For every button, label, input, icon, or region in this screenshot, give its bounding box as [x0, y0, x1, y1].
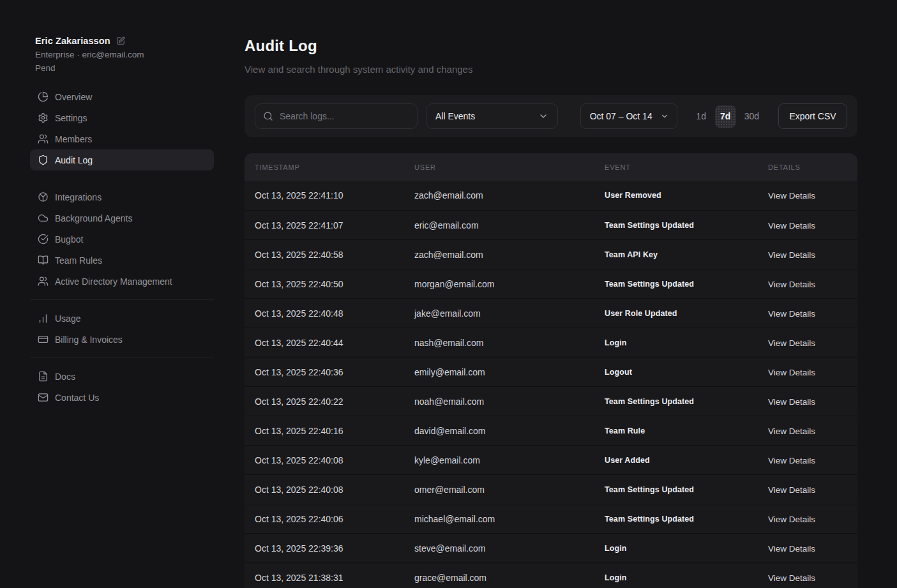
toolbar-right-group: Oct 07 – Oct 14 1d7d30d Export CSV — [580, 103, 847, 129]
user-cell: nash@email.com — [414, 338, 605, 348]
table-row: Oct 13, 2025 22:40:36 emily@email.com Lo… — [245, 357, 857, 386]
event-cell: User Added — [605, 456, 768, 465]
search-box[interactable] — [255, 103, 418, 129]
details-cell: View Details — [768, 425, 857, 437]
view-details-link[interactable]: View Details — [768, 191, 815, 200]
details-cell: View Details — [768, 484, 857, 495]
event-cell: Team Settings Updated — [605, 515, 768, 524]
column-header-event: Event — [605, 163, 768, 171]
date-range-value: Oct 07 – Oct 14 — [590, 111, 652, 121]
event-filter-select[interactable]: All Events — [426, 103, 558, 129]
details-cell: View Details — [768, 455, 857, 466]
details-cell: View Details — [768, 396, 857, 407]
event-cell: User Role Updated — [605, 309, 768, 318]
view-details-link[interactable]: View Details — [768, 573, 815, 583]
user-cell: zach@email.com — [414, 190, 605, 200]
user-cell: kyle@email.com — [414, 455, 605, 465]
timestamp-cell: Oct 13, 2025 22:40:16 — [245, 426, 414, 436]
users-icon — [38, 133, 49, 144]
event-cell: Team Settings Updated — [605, 280, 768, 289]
range-button-30d[interactable]: 30d — [739, 105, 764, 128]
view-details-link[interactable]: View Details — [768, 280, 815, 289]
table-row: Oct 13, 2025 22:40:48 jake@email.com Use… — [245, 298, 857, 328]
event-cell: User Removed — [605, 191, 768, 200]
pie-chart-icon — [38, 91, 49, 102]
sidebar-item-active-directory-management[interactable]: Active Directory Management — [30, 271, 214, 292]
user-cell: steve@email.com — [414, 543, 605, 554]
sidebar-item-usage[interactable]: Usage — [30, 308, 214, 329]
event-cell: Team Rule — [605, 426, 768, 435]
sidebar-item-bugbot[interactable]: Bugbot — [30, 229, 214, 250]
sidebar-item-integrations[interactable]: Integrations — [30, 186, 214, 207]
sidebar-divider — [30, 299, 214, 300]
event-cell: Login — [605, 573, 768, 582]
event-cell: Team Settings Updated — [605, 221, 768, 230]
details-cell: View Details — [768, 249, 857, 260]
table-row: Oct 13, 2025 22:41:07 eric@email.com Tea… — [245, 210, 857, 239]
timestamp-cell: Oct 13, 2025 22:40:08 — [245, 485, 414, 495]
date-range-select[interactable]: Oct 07 – Oct 14 — [580, 103, 677, 129]
sidebar-item-contact-us[interactable]: Contact Us — [30, 387, 214, 408]
view-details-link[interactable]: View Details — [768, 368, 815, 377]
details-cell: View Details — [768, 220, 857, 231]
timestamp-cell: Oct 13, 2025 22:39:36 — [245, 543, 414, 554]
view-details-link[interactable]: View Details — [768, 456, 815, 465]
book-open-icon — [38, 255, 49, 266]
mail-icon — [38, 392, 49, 403]
table-row: Oct 13, 2025 22:40:08 omer@email.com Tea… — [245, 474, 857, 504]
timestamp-cell: Oct 13, 2025 22:41:07 — [245, 220, 414, 230]
range-button-7d[interactable]: 7d — [715, 105, 736, 128]
details-cell: View Details — [768, 366, 857, 378]
sidebar-divider — [30, 358, 214, 358]
event-filter-value: All Events — [435, 111, 475, 121]
sidebar-item-members[interactable]: Members — [30, 128, 214, 149]
sidebar-item-overview[interactable]: Overview — [30, 86, 214, 107]
user-cell: emily@email.com — [414, 367, 605, 377]
column-header-details: Details — [768, 163, 857, 171]
profile-status-line: Pend — [35, 63, 245, 74]
view-details-link[interactable]: View Details — [768, 250, 815, 260]
event-cell: Logout — [605, 368, 768, 377]
table-row: Oct 13, 2025 22:39:36 steve@email.com Lo… — [245, 533, 857, 562]
timestamp-cell: Oct 13, 2025 22:40:08 — [245, 455, 414, 465]
event-cell: Login — [605, 338, 768, 347]
details-cell: View Details — [768, 278, 857, 290]
export-csv-button[interactable]: Export CSV — [778, 103, 847, 129]
sidebar: Eric Zakariasson Enterprise · eric@email… — [0, 0, 245, 588]
sidebar-item-background-agents[interactable]: Background Agents — [30, 207, 214, 229]
view-details-link[interactable]: View Details — [768, 515, 815, 524]
view-details-link[interactable]: View Details — [768, 485, 815, 495]
user-cell: michael@email.com — [414, 514, 605, 524]
timestamp-cell: Oct 13, 2025 22:40:48 — [245, 308, 414, 319]
sidebar-item-docs[interactable]: Docs — [30, 366, 214, 387]
table-header: Timestamp User Event Details — [245, 153, 857, 181]
table-row: Oct 13, 2025 22:40:16 david@email.com Te… — [245, 416, 857, 445]
user-cell: omer@email.com — [414, 485, 605, 495]
sidebar-item-audit-log[interactable]: Audit Log — [30, 149, 214, 170]
search-input[interactable] — [280, 111, 409, 121]
chevron-down-icon — [538, 111, 548, 121]
details-cell: View Details — [768, 308, 857, 319]
user-cell: jake@email.com — [414, 308, 605, 319]
view-details-link[interactable]: View Details — [768, 397, 815, 407]
view-details-link[interactable]: View Details — [768, 221, 815, 230]
view-details-link[interactable]: View Details — [768, 544, 815, 554]
column-header-timestamp: Timestamp — [245, 163, 414, 171]
view-details-link[interactable]: View Details — [768, 309, 815, 319]
table-row: Oct 13, 2025 22:40:44 nash@email.com Log… — [245, 328, 857, 357]
gear-icon — [38, 112, 49, 123]
edit-icon[interactable] — [116, 36, 125, 45]
sidebar-item-team-rules[interactable]: Team Rules — [30, 250, 214, 271]
file-text-icon — [38, 371, 49, 382]
nav-billing: Usage Billing & Invoices — [30, 308, 214, 350]
view-details-link[interactable]: View Details — [768, 426, 815, 436]
nav-primary: Overview Settings Members Audit Log — [30, 86, 214, 170]
timestamp-cell: Oct 13, 2025 22:40:44 — [245, 338, 414, 348]
sidebar-item-billing-invoices[interactable]: Billing & Invoices — [30, 329, 214, 350]
view-details-link[interactable]: View Details — [768, 338, 815, 348]
range-button-1d[interactable]: 1d — [691, 105, 712, 128]
column-header-user: User — [414, 163, 605, 171]
shield-icon — [38, 155, 49, 165]
sidebar-item-settings[interactable]: Settings — [30, 107, 214, 128]
profile-plan-line: Enterprise · eric@email.com — [35, 49, 245, 61]
